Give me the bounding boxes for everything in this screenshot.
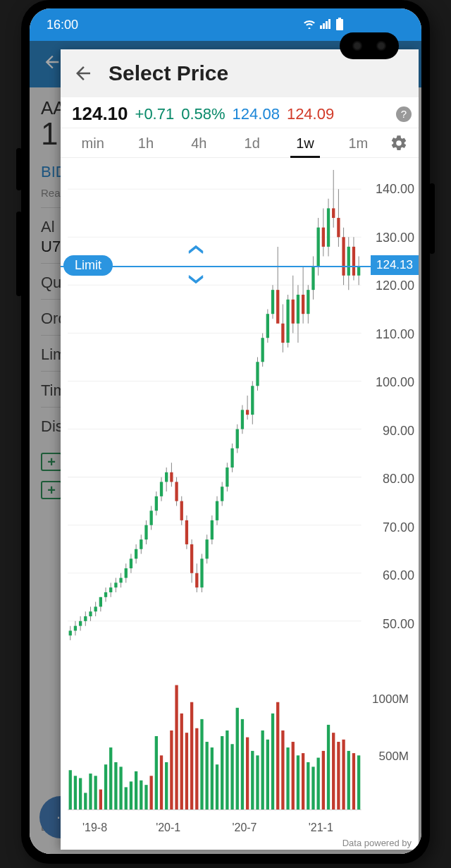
price-axis-label: 110.00 (376, 327, 414, 342)
svg-rect-169 (256, 755, 259, 809)
svg-rect-47 (144, 525, 147, 539)
quote-change: +0.71 (135, 105, 175, 123)
price-axis-label: 60.00 (383, 568, 414, 583)
limit-badge[interactable]: Limit (63, 255, 113, 276)
timeframe-tab-1m[interactable]: 1m (332, 128, 385, 157)
timeframe-tab-1w[interactable]: 1w (278, 128, 331, 157)
select-price-modal: Select Price 124.10 +0.71 0.58% 124.08 1… (61, 49, 419, 850)
volume-axis-label: 1000M (372, 692, 409, 707)
svg-rect-29 (99, 597, 102, 607)
svg-rect-187 (347, 751, 350, 810)
svg-rect-101 (281, 324, 284, 343)
svg-rect-137 (94, 776, 97, 809)
svg-rect-17 (69, 630, 72, 635)
svg-rect-140 (109, 747, 112, 809)
svg-rect-97 (271, 290, 274, 314)
svg-rect-180 (311, 766, 314, 809)
svg-rect-49 (150, 511, 153, 525)
svg-rect-71 (206, 539, 209, 558)
svg-rect-65 (190, 544, 193, 573)
status-time: 16:00 (47, 18, 78, 32)
svg-rect-117 (322, 228, 325, 247)
svg-rect-39 (125, 568, 128, 578)
svg-rect-41 (130, 558, 132, 568)
timeframe-tab-4h[interactable]: 4h (173, 128, 226, 157)
svg-rect-156 (190, 702, 193, 810)
price-axis-label: 120.00 (376, 279, 414, 293)
price-axis-label: 50.00 (383, 617, 414, 632)
svg-rect-155 (185, 733, 188, 809)
svg-rect-146 (140, 781, 142, 810)
svg-rect-115 (317, 228, 320, 266)
time-axis-label: '20-1 (156, 821, 180, 834)
svg-rect-99 (276, 290, 279, 324)
svg-rect-2 (326, 21, 328, 29)
svg-rect-172 (271, 714, 274, 810)
quote-pct: 0.58% (181, 105, 225, 123)
svg-rect-61 (180, 501, 183, 520)
chart-settings-button[interactable] (385, 129, 413, 157)
svg-rect-161 (216, 764, 218, 809)
svg-rect-185 (337, 742, 340, 810)
svg-rect-125 (342, 237, 345, 275)
candlestick-chart[interactable] (61, 158, 419, 845)
svg-rect-121 (332, 208, 335, 218)
svg-rect-147 (144, 785, 147, 809)
svg-rect-163 (226, 731, 228, 810)
svg-rect-33 (109, 587, 112, 592)
svg-rect-153 (175, 685, 178, 810)
svg-rect-133 (74, 776, 77, 809)
svg-rect-157 (195, 728, 198, 810)
modal-back-button[interactable] (69, 59, 97, 87)
svg-rect-5 (336, 19, 343, 30)
svg-rect-19 (74, 626, 77, 631)
svg-rect-129 (352, 247, 355, 276)
camera-cutout (340, 32, 399, 59)
svg-rect-152 (170, 731, 173, 810)
svg-rect-179 (307, 762, 309, 810)
limit-drag-handle[interactable] (187, 245, 204, 284)
help-icon[interactable]: ? (396, 106, 412, 122)
timeframe-tab-min[interactable]: min (66, 128, 119, 157)
svg-rect-1 (323, 23, 325, 29)
timeframe-tab-1h[interactable]: 1h (119, 128, 172, 157)
svg-rect-23 (84, 616, 87, 621)
svg-rect-83 (236, 429, 239, 448)
limit-value-badge: 124.13 (371, 255, 419, 275)
price-axis-label: 140.00 (376, 182, 414, 197)
svg-rect-174 (281, 731, 284, 810)
chart-area[interactable]: 140.00130.00120.00110.00100.0090.0080.00… (61, 158, 419, 850)
time-axis-label: '20-7 (232, 821, 257, 834)
battery-icon (335, 18, 344, 32)
svg-rect-91 (256, 362, 259, 386)
wifi-icon (303, 19, 316, 31)
svg-rect-87 (246, 410, 249, 415)
svg-rect-164 (230, 744, 233, 809)
svg-rect-159 (206, 742, 209, 810)
svg-rect-53 (160, 482, 163, 496)
timeframe-tab-1d[interactable]: 1d (226, 128, 278, 157)
quote-ask: 124.09 (287, 105, 334, 123)
phone-frame: 16:00 AA 1 BID Real (21, 0, 430, 864)
screen: 16:00 AA 1 BID Real (30, 8, 421, 854)
quote-last: 124.10 (72, 103, 128, 125)
svg-rect-135 (84, 793, 87, 809)
price-axis-label: 100.00 (376, 375, 414, 390)
svg-rect-119 (327, 208, 330, 246)
svg-rect-181 (317, 758, 320, 810)
svg-rect-85 (241, 410, 244, 429)
svg-rect-67 (195, 573, 198, 587)
svg-rect-75 (216, 501, 218, 520)
quote-bid: 124.08 (233, 105, 280, 123)
svg-rect-3 (328, 19, 330, 29)
price-axis-label: 70.00 (383, 520, 414, 535)
svg-rect-150 (160, 755, 163, 809)
svg-rect-134 (79, 778, 82, 810)
price-axis-label: 80.00 (383, 472, 414, 487)
svg-rect-113 (311, 266, 314, 290)
svg-rect-165 (236, 708, 239, 810)
svg-rect-170 (261, 731, 264, 810)
svg-rect-138 (99, 790, 102, 810)
svg-rect-136 (89, 774, 92, 809)
svg-rect-176 (292, 742, 295, 810)
